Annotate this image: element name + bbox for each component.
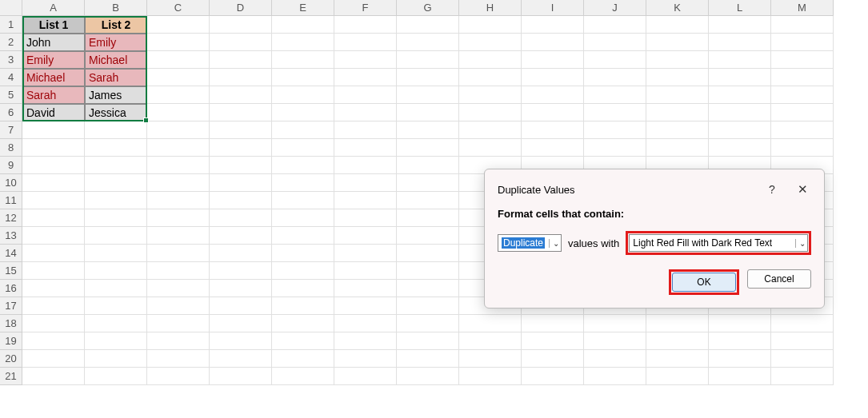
cell[interactable]: [459, 34, 522, 51]
cell[interactable]: [272, 209, 334, 227]
cell[interactable]: [522, 104, 584, 121]
cell[interactable]: [397, 192, 459, 209]
cell[interactable]: [584, 350, 646, 368]
cell[interactable]: [709, 69, 771, 86]
cell[interactable]: [709, 332, 771, 350]
cell[interactable]: [85, 174, 147, 192]
cell[interactable]: [397, 86, 459, 104]
cell[interactable]: [147, 174, 210, 192]
cell[interactable]: [334, 86, 397, 104]
cell[interactable]: Michael: [85, 51, 147, 69]
cell[interactable]: [459, 69, 522, 86]
cell[interactable]: [334, 315, 397, 332]
cell[interactable]: [584, 332, 646, 350]
cell[interactable]: [334, 174, 397, 192]
cell[interactable]: Michael: [22, 69, 85, 86]
format-select[interactable]: Light Red Fill with Dark Red Text ⌄: [629, 234, 808, 252]
column-header[interactable]: K: [646, 0, 709, 16]
cell[interactable]: [459, 350, 522, 368]
cell[interactable]: [272, 16, 334, 34]
cell[interactable]: [522, 34, 584, 51]
cell[interactable]: [272, 332, 334, 350]
cell[interactable]: [771, 51, 834, 69]
cell[interactable]: [646, 139, 709, 157]
cell[interactable]: [272, 315, 334, 332]
row-header[interactable]: 12: [0, 209, 22, 227]
cell[interactable]: [334, 209, 397, 227]
cell[interactable]: [334, 104, 397, 121]
cell[interactable]: [459, 315, 522, 332]
cell[interactable]: [334, 368, 397, 385]
cell[interactable]: [459, 86, 522, 104]
cell[interactable]: [709, 86, 771, 104]
cell[interactable]: [771, 332, 834, 350]
cell[interactable]: [709, 315, 771, 332]
cell[interactable]: [22, 245, 85, 262]
cell[interactable]: [147, 332, 210, 350]
cell[interactable]: [522, 315, 584, 332]
cell[interactable]: [646, 368, 709, 385]
cell[interactable]: [85, 280, 147, 297]
row-header[interactable]: 9: [0, 157, 22, 174]
column-header[interactable]: C: [147, 0, 210, 16]
cell[interactable]: Emily: [22, 51, 85, 69]
cell[interactable]: [334, 245, 397, 262]
cell[interactable]: [272, 368, 334, 385]
cell[interactable]: [85, 297, 147, 315]
cell[interactable]: [22, 297, 85, 315]
cell[interactable]: [334, 139, 397, 157]
cell[interactable]: Jessica: [85, 104, 147, 121]
row-header[interactable]: 6: [0, 104, 22, 121]
column-header[interactable]: A: [22, 0, 85, 16]
cell[interactable]: [272, 192, 334, 209]
cell[interactable]: [85, 315, 147, 332]
cell[interactable]: [334, 16, 397, 34]
cell[interactable]: [272, 34, 334, 51]
cell[interactable]: [210, 51, 272, 69]
cell[interactable]: [22, 121, 85, 139]
cell[interactable]: [709, 139, 771, 157]
row-header[interactable]: 18: [0, 315, 22, 332]
ok-button[interactable]: OK: [672, 273, 736, 292]
cell[interactable]: [584, 86, 646, 104]
cell[interactable]: [709, 121, 771, 139]
cell[interactable]: [147, 157, 210, 174]
cell[interactable]: [272, 227, 334, 245]
cell[interactable]: [210, 104, 272, 121]
cell[interactable]: [522, 350, 584, 368]
row-header[interactable]: 4: [0, 69, 22, 86]
cell[interactable]: [272, 297, 334, 315]
cell[interactable]: [771, 104, 834, 121]
cell[interactable]: [272, 69, 334, 86]
cell[interactable]: [272, 280, 334, 297]
cell[interactable]: [85, 192, 147, 209]
cell[interactable]: [397, 139, 459, 157]
cell[interactable]: [22, 227, 85, 245]
help-button[interactable]: ?: [763, 181, 781, 198]
cell[interactable]: [334, 227, 397, 245]
cell[interactable]: [334, 280, 397, 297]
cell[interactable]: [646, 69, 709, 86]
column-header[interactable]: J: [584, 0, 646, 16]
cell[interactable]: [22, 174, 85, 192]
cell[interactable]: [397, 280, 459, 297]
cell[interactable]: [210, 350, 272, 368]
cell[interactable]: [272, 157, 334, 174]
cell[interactable]: [459, 51, 522, 69]
cell[interactable]: [22, 209, 85, 227]
cell[interactable]: [210, 315, 272, 332]
cell[interactable]: [334, 121, 397, 139]
cell[interactable]: [210, 157, 272, 174]
cell[interactable]: [210, 34, 272, 51]
cell[interactable]: [397, 350, 459, 368]
cell[interactable]: [272, 86, 334, 104]
cancel-button[interactable]: Cancel: [747, 269, 811, 289]
cell[interactable]: [85, 121, 147, 139]
cell[interactable]: James: [85, 86, 147, 104]
cell[interactable]: [272, 121, 334, 139]
cell[interactable]: [522, 368, 584, 385]
cell[interactable]: [646, 315, 709, 332]
row-header[interactable]: 15: [0, 262, 22, 280]
cell[interactable]: [709, 368, 771, 385]
cell[interactable]: [584, 34, 646, 51]
